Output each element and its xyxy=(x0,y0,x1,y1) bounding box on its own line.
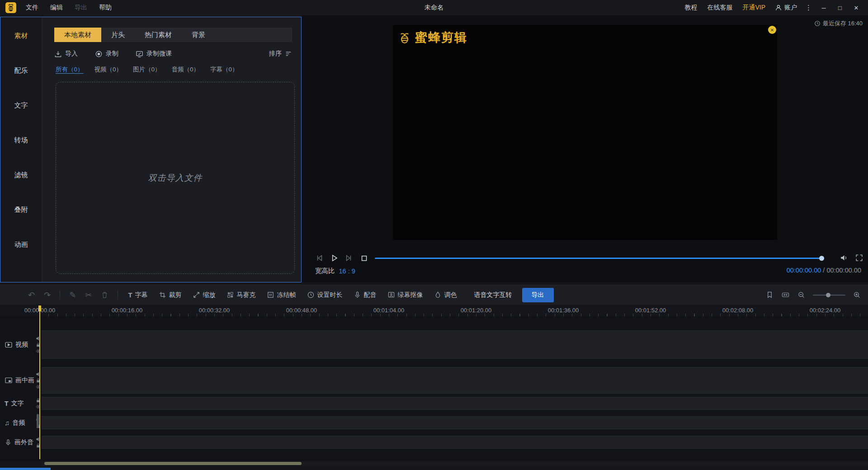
more-menu-icon[interactable]: ⋮ xyxy=(802,4,816,12)
tab-intro[interactable]: 片头 xyxy=(101,28,135,42)
menu-help[interactable]: 帮助 xyxy=(93,4,118,12)
menu-file[interactable]: 文件 xyxy=(20,4,44,12)
freeze-frame-tool-button[interactable]: 冻结帧 xyxy=(267,291,296,299)
close-button[interactable]: ✕ xyxy=(848,0,864,15)
sidebar-item-animation[interactable]: 动画 xyxy=(0,227,42,262)
clock-icon xyxy=(307,291,315,299)
mosaic-tool-button[interactable]: 马赛克 xyxy=(226,291,256,299)
preview-panel: 最近保存 16:40 蜜蜂剪辑 ✕ xyxy=(302,15,868,282)
timeline-zoom-slider[interactable] xyxy=(813,295,845,296)
seek-handle[interactable] xyxy=(819,256,824,261)
vip-link[interactable]: 开通VIP xyxy=(737,4,770,12)
timeline-zoom-handle[interactable] xyxy=(826,293,830,297)
track-label: 视频 xyxy=(15,341,28,349)
voiceover-track-lane[interactable] xyxy=(42,436,868,449)
color-droplet-icon xyxy=(434,291,442,299)
set-duration-tool-button[interactable]: 设置时长 xyxy=(307,291,343,299)
marker-flag-icon[interactable] xyxy=(766,291,774,299)
fullscreen-icon[interactable] xyxy=(855,254,863,262)
video-track-lane[interactable] xyxy=(42,330,868,359)
crop-icon xyxy=(159,291,166,299)
export-button[interactable]: 导出 xyxy=(522,288,554,302)
tab-local-material[interactable]: 本地素材 xyxy=(54,28,101,42)
watermark-bee-icon xyxy=(397,30,412,45)
zoom-out-icon[interactable] xyxy=(797,291,805,299)
account-button[interactable]: 账户 xyxy=(770,4,802,12)
zoom-in-icon[interactable] xyxy=(853,291,861,299)
time-separator: / xyxy=(823,267,825,274)
import-dropzone[interactable]: 双击导入文件 xyxy=(56,82,295,274)
tracks-vertical-scrollbar[interactable] xyxy=(37,414,39,428)
autosave-text: 最近保存 16:40 xyxy=(823,19,863,28)
sidebar-item-text[interactable]: 文字 xyxy=(0,88,42,123)
sidebar-item-material[interactable]: 素材 xyxy=(0,19,42,53)
zoom-tool-button[interactable]: 缩放 xyxy=(193,291,216,299)
fit-timeline-icon[interactable] xyxy=(781,291,790,299)
record-button[interactable]: 录制 xyxy=(95,50,118,58)
filter-video[interactable]: 视频（0） xyxy=(94,66,123,74)
delete-trash-icon[interactable] xyxy=(101,291,108,299)
record-lecture-button[interactable]: 录制微课 xyxy=(136,50,172,58)
seek-slider[interactable] xyxy=(375,258,824,259)
material-actions: 导入 录制 录制微课 排序 xyxy=(54,47,292,60)
stop-button[interactable] xyxy=(359,254,368,263)
crop-tool-button[interactable]: 裁剪 xyxy=(159,291,182,299)
pip-track-lane[interactable] xyxy=(42,367,868,394)
app-window: 文件 编辑 导出 帮助 未命名 教程 在线客服 开通VIP 账户 ⋮ ─ □ ✕… xyxy=(0,0,868,470)
watermark-close-button[interactable]: ✕ xyxy=(768,26,776,34)
previous-frame-button[interactable] xyxy=(315,254,324,263)
speech-text-convert-button[interactable]: 语音文字互转 xyxy=(474,291,512,299)
aspect-value[interactable]: 16 : 9 xyxy=(339,268,355,275)
import-button[interactable]: 导入 xyxy=(54,50,78,58)
sidebar-item-filter[interactable]: 滤镜 xyxy=(0,158,42,193)
menubar-right: 教程 在线客服 开通VIP 账户 ⋮ ─ □ ✕ xyxy=(679,0,864,15)
tab-background[interactable]: 背景 xyxy=(182,28,215,42)
tool-label: 冻结帧 xyxy=(277,291,296,299)
zoom-tool-icon xyxy=(193,291,200,299)
record-lecture-icon xyxy=(136,50,143,58)
sidebar-item-music[interactable]: 配乐 xyxy=(0,53,42,88)
sidebar-item-overlay[interactable]: 叠附 xyxy=(0,193,42,227)
tool-label: 调色 xyxy=(444,291,457,299)
transport-controls xyxy=(302,251,868,265)
tutorial-link[interactable]: 教程 xyxy=(679,4,702,12)
edit-pencil-icon[interactable]: ✎ xyxy=(69,291,76,299)
minimize-button[interactable]: ─ xyxy=(816,0,832,15)
tool-label: 设置时长 xyxy=(317,291,343,299)
timeline-scrollbar-thumb[interactable] xyxy=(44,462,302,465)
playhead[interactable] xyxy=(39,306,40,459)
account-label: 账户 xyxy=(784,4,797,12)
filter-all[interactable]: 所有（0） xyxy=(56,66,84,74)
edit-toolbar: ↶ ↷ ✎ ✂ T 字幕 裁剪 缩放 马赛克 xyxy=(0,285,868,305)
current-time: 00:00:00.00 xyxy=(787,267,821,274)
media-library-panel: 素材 配乐 文字 转场 滤镜 叠附 动画 本地素材 片头 热门素材 背景 导入 xyxy=(0,17,302,282)
filter-image[interactable]: 图片（0） xyxy=(133,66,161,74)
color-grade-tool-button[interactable]: 调色 xyxy=(434,291,457,299)
dubbing-tool-button[interactable]: 配音 xyxy=(354,291,377,299)
green-screen-tool-button[interactable]: 绿幕抠像 xyxy=(387,291,423,299)
text-track-lane[interactable] xyxy=(42,397,868,410)
bottom-scrollbar[interactable] xyxy=(0,468,51,470)
filter-subtitle[interactable]: 字幕（0） xyxy=(210,66,238,74)
menu-edit[interactable]: 编辑 xyxy=(44,4,69,12)
filter-audio[interactable]: 音频（0） xyxy=(172,66,200,74)
undo-icon[interactable]: ↶ xyxy=(28,291,35,299)
next-frame-button[interactable] xyxy=(344,254,353,263)
menu-export[interactable]: 导出 xyxy=(69,4,93,12)
maximize-button[interactable]: □ xyxy=(832,0,848,15)
redo-icon[interactable]: ↷ xyxy=(44,291,51,299)
online-support-link[interactable]: 在线客服 xyxy=(702,4,737,12)
subtitle-tool-button[interactable]: T 字幕 xyxy=(128,291,147,299)
audio-track-lane[interactable] xyxy=(42,416,868,429)
sort-button[interactable]: 排序 xyxy=(269,50,292,58)
play-button[interactable] xyxy=(330,254,339,263)
microphone-icon xyxy=(354,291,361,299)
playhead-handle[interactable] xyxy=(38,306,41,311)
timeline-ruler[interactable]: 00:00:00.00 00:00:16.00 00:00:32.00 00:0… xyxy=(0,305,868,316)
volume-icon[interactable] xyxy=(840,254,848,262)
split-scissors-icon[interactable]: ✂ xyxy=(85,291,92,299)
audio-track-row: ♫ 音频 xyxy=(0,416,868,429)
aspect-label: 宽高比 xyxy=(315,267,335,275)
tab-hot-material[interactable]: 热门素材 xyxy=(135,28,182,42)
sidebar-item-transition[interactable]: 转场 xyxy=(0,123,42,158)
